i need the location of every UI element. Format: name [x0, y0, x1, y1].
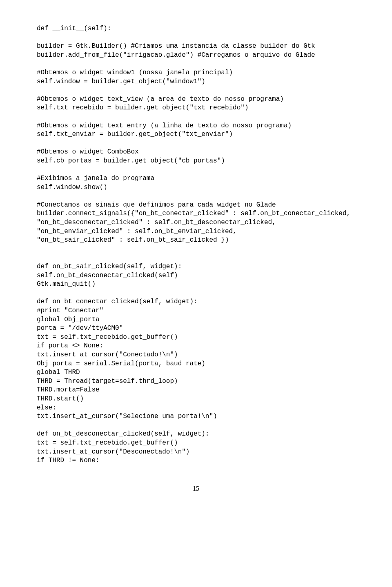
page-number: 15 [37, 484, 355, 493]
code-block: def __init__(self): builder = Gtk.Builde… [37, 24, 355, 465]
